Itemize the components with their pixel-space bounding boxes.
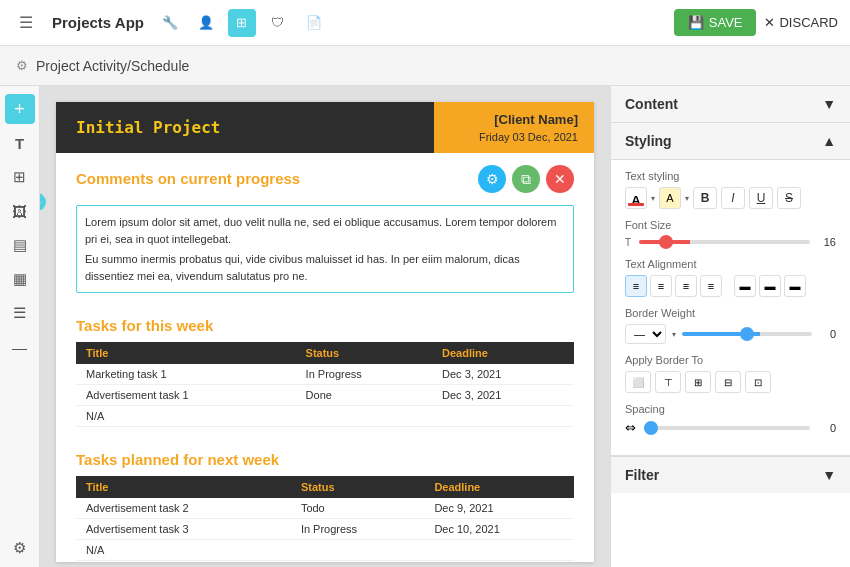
border-outer-button[interactable]: ⊞ [685, 371, 711, 393]
styling-label: Styling [625, 133, 672, 149]
content-label: Content [625, 96, 678, 112]
cell-deadline: Dec 9, 2021 [424, 498, 574, 519]
list-style-2-button[interactable]: ▬ [759, 275, 781, 297]
tasks-this-week-table: Title Status Deadline Marketing task 1 I… [76, 342, 574, 427]
text-style-buttons: A ▾ A ▾ B I U S [625, 187, 836, 209]
border-all-button[interactable]: ⬜ [625, 371, 651, 393]
image-tool[interactable]: 🖼 [5, 196, 35, 226]
border-style-select[interactable]: — [625, 324, 666, 344]
gear-icon: ⚙ [16, 58, 28, 73]
shield-icon[interactable]: 🛡 [264, 9, 292, 37]
border-weight-controls: — ▾ 0 [625, 324, 836, 344]
text-color-dropdown[interactable]: ▾ [651, 194, 655, 203]
list-style-3-button[interactable]: ▬ [784, 275, 806, 297]
delete-icon-btn[interactable]: ✕ [546, 165, 574, 193]
topbar-right: 💾 SAVE ✕ DISCARD [674, 9, 838, 36]
highlight-button[interactable]: A [659, 187, 681, 209]
add-content-button[interactable]: + [5, 94, 35, 124]
chevron-down-icon-filter: ▼ [822, 467, 836, 483]
list-style-1-button[interactable]: ▬ [734, 275, 756, 297]
cell-na: N/A [76, 406, 296, 427]
styling-section-header[interactable]: Styling ▲ [611, 123, 850, 160]
spacing-slider[interactable] [644, 426, 810, 430]
canvas-area: + Initial Project [Client Name] Friday 0… [40, 86, 610, 567]
layout-tool[interactable]: ▤ [5, 230, 35, 260]
highlight-dropdown[interactable]: ▾ [685, 194, 689, 203]
strikethrough-button[interactable]: S [777, 187, 801, 209]
underline-button[interactable]: U [749, 187, 773, 209]
copy-icon-btn[interactable]: ⧉ [512, 165, 540, 193]
text-styling-label: Text styling [625, 170, 836, 182]
col-status-2: Status [291, 476, 425, 498]
styling-section: Styling ▲ Text styling A ▾ A ▾ B I U S [611, 123, 850, 456]
border-weight-label: Border Weight [625, 307, 836, 319]
table-row: Marketing task 1 In Progress Dec 3, 2021 [76, 364, 574, 385]
border-select-arrow: ▾ [672, 330, 676, 339]
spacing-row: Spacing ⇔ 0 [625, 403, 836, 435]
tasks-this-week-title: Tasks for this week [76, 317, 574, 334]
border-none-button[interactable]: ⊡ [745, 371, 771, 393]
topbar: ☰ Projects App 🔧 👤 ⊞ 🛡 📄 💾 SAVE ✕ DISCAR… [0, 0, 850, 46]
cell-title: Advertisement task 2 [76, 498, 291, 519]
font-size-value: 16 [818, 236, 836, 248]
list-tool[interactable]: ☰ [5, 298, 35, 328]
doc-date: Friday 03 Dec, 2021 [479, 131, 578, 143]
font-size-icon: T [625, 237, 631, 248]
border-weight-row: Border Weight — ▾ 0 [625, 307, 836, 344]
add-row-button[interactable]: + [40, 193, 46, 211]
comments-box[interactable]: Lorem ipsum dolor sit amet, duo velit nu… [76, 205, 574, 293]
font-size-slider[interactable] [639, 240, 810, 244]
person-icon[interactable]: 👤 [192, 9, 220, 37]
cell-title: Advertisement task 1 [76, 385, 296, 406]
project-title: Initial Project [76, 118, 414, 137]
tasks-next-week-table: Title Status Deadline Advertisement task… [76, 476, 574, 561]
page-titlebar: ⚙ Project Activity/Schedule [0, 46, 850, 86]
cell-status: Todo [291, 498, 425, 519]
wrench-icon[interactable]: 🔧 [156, 9, 184, 37]
styling-body: Text styling A ▾ A ▾ B I U S Font Size [611, 160, 850, 455]
border-inner-button[interactable]: ⊟ [715, 371, 741, 393]
settings-tool[interactable]: ⚙ [5, 537, 35, 567]
main-layout: + T ⊞ 🖼 ▤ ▦ ☰ — ⚙ + Initial Project [Cli… [0, 86, 850, 567]
spacing-controls: ⇔ 0 [625, 420, 836, 435]
text-color-button[interactable]: A [625, 187, 647, 209]
grid-icon[interactable]: ⊞ [228, 9, 256, 37]
italic-button[interactable]: I [721, 187, 745, 209]
content-section-header[interactable]: Content ▼ [611, 86, 850, 123]
table-row: N/A [76, 540, 574, 561]
text-tool[interactable]: T [5, 128, 35, 158]
spacing-icon: ⇔ [625, 420, 636, 435]
table-tool[interactable]: ⊞ [5, 162, 35, 192]
chevron-down-icon: ▼ [822, 96, 836, 112]
minus-tool[interactable]: — [5, 332, 35, 362]
align-left-button[interactable]: ≡ [625, 275, 647, 297]
bold-button[interactable]: B [693, 187, 717, 209]
align-center-button[interactable]: ≡ [650, 275, 672, 297]
save-button[interactable]: 💾 SAVE [674, 9, 757, 36]
filter-icon-btn[interactable]: ⚙ [478, 165, 506, 193]
menu-icon[interactable]: ☰ [12, 9, 40, 37]
cell-status: In Progress [291, 519, 425, 540]
spacing-label: Spacing [625, 403, 836, 415]
col-status-1: Status [296, 342, 432, 364]
cell-na: N/A [76, 540, 291, 561]
discard-button[interactable]: ✕ DISCARD [764, 15, 838, 30]
border-weight-slider[interactable] [682, 332, 812, 336]
cell-deadline: Dec 3, 2021 [432, 364, 574, 385]
filter-section-header[interactable]: Filter ▼ [611, 456, 850, 493]
right-panel: Content ▼ Styling ▲ Text styling A ▾ A ▾ [610, 86, 850, 567]
comments-actions: ⚙ ⧉ ✕ [478, 165, 574, 193]
document: Initial Project [Client Name] Friday 03 … [56, 102, 594, 562]
border-top-button[interactable]: ⊤ [655, 371, 681, 393]
align-justify-button[interactable]: ≡ [700, 275, 722, 297]
chevron-up-icon: ▲ [822, 133, 836, 149]
cell-status: In Progress [296, 364, 432, 385]
topbar-left: ☰ Projects App 🔧 👤 ⊞ 🛡 📄 [12, 9, 328, 37]
text-alignment-row: Text Alignment ≡ ≡ ≡ ≡ ▬ ▬ ▬ [625, 258, 836, 297]
document-icon[interactable]: 📄 [300, 9, 328, 37]
grid-tool[interactable]: ▦ [5, 264, 35, 294]
tasks-next-week-section: Tasks planned for next week Title Status… [56, 439, 594, 567]
font-size-slider-row: T 16 [625, 236, 836, 248]
col-title-1: Title [76, 342, 296, 364]
align-right-button[interactable]: ≡ [675, 275, 697, 297]
